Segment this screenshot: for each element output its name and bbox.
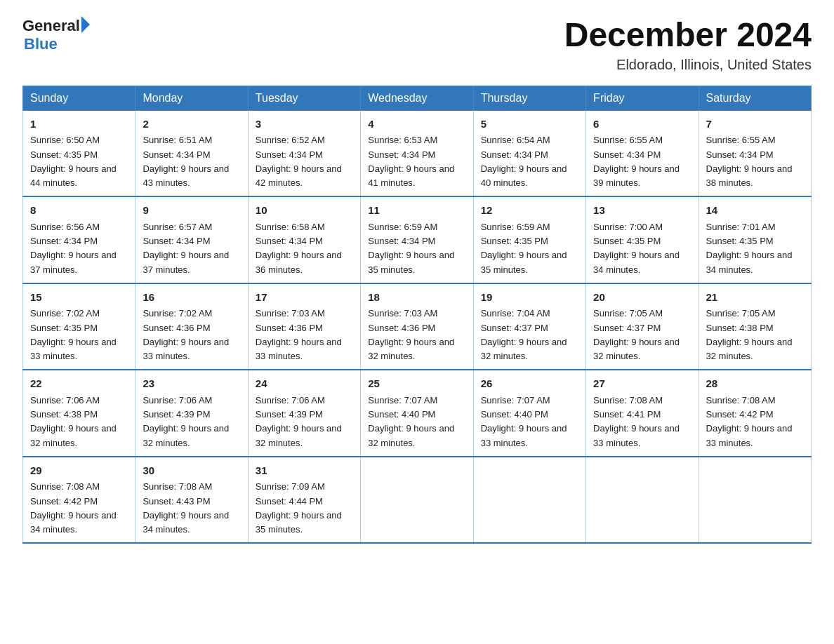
day-info: Sunrise: 6:57 AMSunset: 4:34 PMDaylight:… bbox=[143, 222, 229, 275]
day-number: 3 bbox=[256, 116, 353, 133]
week-row-4: 22 Sunrise: 7:06 AMSunset: 4:38 PMDaylig… bbox=[23, 370, 812, 457]
day-info: Sunrise: 6:53 AMSunset: 4:34 PMDaylight:… bbox=[368, 135, 454, 188]
day-info: Sunrise: 6:51 AMSunset: 4:34 PMDaylight:… bbox=[143, 135, 229, 188]
calendar-cell: 27 Sunrise: 7:08 AMSunset: 4:41 PMDaylig… bbox=[586, 370, 699, 457]
calendar-cell: 15 Sunrise: 7:02 AMSunset: 4:35 PMDaylig… bbox=[23, 283, 135, 370]
logo-triangle-icon bbox=[81, 16, 90, 33]
calendar-cell: 26 Sunrise: 7:07 AMSunset: 4:40 PMDaylig… bbox=[473, 370, 585, 457]
calendar-cell: 23 Sunrise: 7:06 AMSunset: 4:39 PMDaylig… bbox=[135, 370, 248, 457]
day-number: 19 bbox=[481, 290, 578, 306]
calendar-cell: 16 Sunrise: 7:02 AMSunset: 4:36 PMDaylig… bbox=[135, 283, 248, 370]
calendar-cell bbox=[473, 457, 585, 544]
day-info: Sunrise: 6:56 AMSunset: 4:34 PMDaylight:… bbox=[30, 222, 117, 275]
weekday-header-friday: Friday bbox=[586, 86, 699, 110]
day-info: Sunrise: 7:06 AMSunset: 4:38 PMDaylight:… bbox=[30, 395, 117, 448]
calendar-cell: 20 Sunrise: 7:05 AMSunset: 4:37 PMDaylig… bbox=[586, 283, 699, 370]
weekday-header-sunday: Sunday bbox=[23, 86, 135, 110]
day-info: Sunrise: 7:08 AMSunset: 4:42 PMDaylight:… bbox=[30, 481, 117, 535]
calendar-cell: 24 Sunrise: 7:06 AMSunset: 4:39 PMDaylig… bbox=[248, 370, 360, 457]
day-number: 8 bbox=[30, 203, 128, 219]
weekday-header-thursday: Thursday bbox=[473, 86, 585, 110]
calendar-cell: 9 Sunrise: 6:57 AMSunset: 4:34 PMDayligh… bbox=[135, 196, 248, 283]
month-title: December 2024 bbox=[564, 17, 812, 54]
day-info: Sunrise: 7:08 AMSunset: 4:43 PMDaylight:… bbox=[143, 481, 229, 535]
day-info: Sunrise: 7:04 AMSunset: 4:37 PMDaylight:… bbox=[481, 308, 567, 361]
day-info: Sunrise: 6:59 AMSunset: 4:34 PMDaylight:… bbox=[368, 222, 454, 275]
week-row-5: 29 Sunrise: 7:08 AMSunset: 4:42 PMDaylig… bbox=[23, 457, 812, 544]
day-info: Sunrise: 7:07 AMSunset: 4:40 PMDaylight:… bbox=[368, 395, 454, 448]
day-info: Sunrise: 7:01 AMSunset: 4:35 PMDaylight:… bbox=[706, 222, 793, 275]
day-info: Sunrise: 7:06 AMSunset: 4:39 PMDaylight:… bbox=[256, 395, 342, 448]
day-number: 20 bbox=[593, 290, 691, 306]
week-row-1: 1 Sunrise: 6:50 AMSunset: 4:35 PMDayligh… bbox=[23, 110, 812, 196]
weekday-header-monday: Monday bbox=[135, 86, 248, 110]
day-number: 1 bbox=[30, 116, 128, 133]
calendar-cell: 8 Sunrise: 6:56 AMSunset: 4:34 PMDayligh… bbox=[23, 196, 135, 283]
calendar-cell: 12 Sunrise: 6:59 AMSunset: 4:35 PMDaylig… bbox=[473, 196, 585, 283]
logo-blue-text: Blue bbox=[24, 35, 90, 53]
day-number: 14 bbox=[706, 203, 804, 219]
day-number: 13 bbox=[593, 203, 691, 219]
calendar-cell: 30 Sunrise: 7:08 AMSunset: 4:43 PMDaylig… bbox=[135, 457, 248, 544]
day-info: Sunrise: 7:02 AMSunset: 4:35 PMDaylight:… bbox=[30, 308, 117, 361]
calendar-cell: 28 Sunrise: 7:08 AMSunset: 4:42 PMDaylig… bbox=[699, 370, 811, 457]
calendar-cell: 18 Sunrise: 7:03 AMSunset: 4:36 PMDaylig… bbox=[361, 283, 473, 370]
day-info: Sunrise: 7:09 AMSunset: 4:44 PMDaylight:… bbox=[256, 481, 342, 535]
day-info: Sunrise: 6:50 AMSunset: 4:35 PMDaylight:… bbox=[30, 135, 117, 188]
calendar-cell: 31 Sunrise: 7:09 AMSunset: 4:44 PMDaylig… bbox=[248, 457, 360, 544]
day-info: Sunrise: 7:08 AMSunset: 4:42 PMDaylight:… bbox=[706, 395, 793, 448]
week-row-2: 8 Sunrise: 6:56 AMSunset: 4:34 PMDayligh… bbox=[23, 196, 812, 283]
day-info: Sunrise: 7:03 AMSunset: 4:36 PMDaylight:… bbox=[368, 308, 454, 361]
calendar-table: SundayMondayTuesdayWednesdayThursdayFrid… bbox=[22, 86, 812, 544]
day-info: Sunrise: 7:03 AMSunset: 4:36 PMDaylight:… bbox=[256, 308, 342, 361]
weekday-header-saturday: Saturday bbox=[699, 86, 811, 110]
day-number: 16 bbox=[143, 290, 240, 306]
day-number: 18 bbox=[368, 290, 465, 306]
weekday-header-wednesday: Wednesday bbox=[361, 86, 473, 110]
day-number: 27 bbox=[593, 376, 691, 392]
calendar-cell: 13 Sunrise: 7:00 AMSunset: 4:35 PMDaylig… bbox=[586, 196, 699, 283]
calendar-cell: 4 Sunrise: 6:53 AMSunset: 4:34 PMDayligh… bbox=[361, 110, 473, 196]
day-number: 23 bbox=[143, 376, 240, 392]
day-info: Sunrise: 7:00 AMSunset: 4:35 PMDaylight:… bbox=[593, 222, 680, 275]
calendar-cell: 25 Sunrise: 7:07 AMSunset: 4:40 PMDaylig… bbox=[361, 370, 473, 457]
calendar-cell: 29 Sunrise: 7:08 AMSunset: 4:42 PMDaylig… bbox=[23, 457, 135, 544]
day-info: Sunrise: 7:05 AMSunset: 4:37 PMDaylight:… bbox=[593, 308, 680, 361]
day-info: Sunrise: 6:52 AMSunset: 4:34 PMDaylight:… bbox=[256, 135, 342, 188]
day-info: Sunrise: 6:54 AMSunset: 4:34 PMDaylight:… bbox=[481, 135, 567, 188]
week-row-3: 15 Sunrise: 7:02 AMSunset: 4:35 PMDaylig… bbox=[23, 283, 812, 370]
day-number: 26 bbox=[481, 376, 578, 392]
day-number: 6 bbox=[593, 116, 691, 133]
day-number: 30 bbox=[143, 463, 240, 479]
day-number: 25 bbox=[368, 376, 465, 392]
day-number: 24 bbox=[256, 376, 353, 392]
day-info: Sunrise: 7:07 AMSunset: 4:40 PMDaylight:… bbox=[481, 395, 567, 448]
page-header: General Blue December 2024 Eldorado, Ill… bbox=[22, 17, 812, 73]
calendar-cell: 19 Sunrise: 7:04 AMSunset: 4:37 PMDaylig… bbox=[473, 283, 585, 370]
calendar-cell: 10 Sunrise: 6:58 AMSunset: 4:34 PMDaylig… bbox=[248, 196, 360, 283]
calendar-cell: 5 Sunrise: 6:54 AMSunset: 4:34 PMDayligh… bbox=[473, 110, 585, 196]
day-number: 29 bbox=[30, 463, 128, 479]
calendar-cell: 1 Sunrise: 6:50 AMSunset: 4:35 PMDayligh… bbox=[23, 110, 135, 196]
location-title: Eldorado, Illinois, United States bbox=[564, 57, 812, 73]
day-number: 11 bbox=[368, 203, 465, 219]
day-number: 31 bbox=[256, 463, 353, 479]
day-number: 7 bbox=[706, 116, 804, 133]
day-info: Sunrise: 7:05 AMSunset: 4:38 PMDaylight:… bbox=[706, 308, 793, 361]
calendar-cell: 2 Sunrise: 6:51 AMSunset: 4:34 PMDayligh… bbox=[135, 110, 248, 196]
day-number: 21 bbox=[706, 290, 804, 306]
calendar-cell bbox=[699, 457, 811, 544]
day-info: Sunrise: 6:59 AMSunset: 4:35 PMDaylight:… bbox=[481, 222, 567, 275]
calendar-cell: 21 Sunrise: 7:05 AMSunset: 4:38 PMDaylig… bbox=[699, 283, 811, 370]
weekday-header-tuesday: Tuesday bbox=[248, 86, 360, 110]
calendar-cell: 14 Sunrise: 7:01 AMSunset: 4:35 PMDaylig… bbox=[699, 196, 811, 283]
calendar-cell: 6 Sunrise: 6:55 AMSunset: 4:34 PMDayligh… bbox=[586, 110, 699, 196]
weekday-header-row: SundayMondayTuesdayWednesdayThursdayFrid… bbox=[23, 86, 812, 110]
day-number: 17 bbox=[256, 290, 353, 306]
day-number: 2 bbox=[143, 116, 240, 133]
calendar-cell: 17 Sunrise: 7:03 AMSunset: 4:36 PMDaylig… bbox=[248, 283, 360, 370]
calendar-cell: 11 Sunrise: 6:59 AMSunset: 4:34 PMDaylig… bbox=[361, 196, 473, 283]
day-number: 15 bbox=[30, 290, 128, 306]
day-info: Sunrise: 6:55 AMSunset: 4:34 PMDaylight:… bbox=[706, 135, 793, 188]
day-info: Sunrise: 6:58 AMSunset: 4:34 PMDaylight:… bbox=[256, 222, 342, 275]
